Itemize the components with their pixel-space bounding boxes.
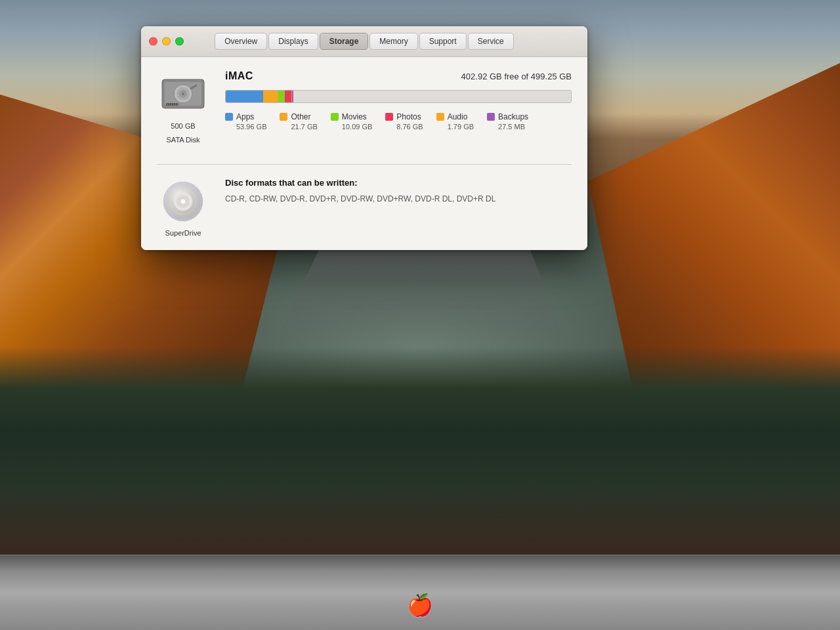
superdrive-label: SuperDrive <box>165 229 201 237</box>
legend-movies-label-row: Movies <box>331 112 372 121</box>
other-color-dot <box>280 113 287 121</box>
disk-free-text: 402.92 GB free of 499.25 GB <box>461 72 572 81</box>
legend-backups: Backups 27.5 MB <box>487 112 528 131</box>
content-area: 500 GB SATA Disk iMAC 402.92 GB free of … <box>141 57 587 250</box>
tab-memory[interactable]: Memory <box>369 33 417 50</box>
storage-info: iMAC 402.92 GB free of 499.25 GB <box>225 70 572 146</box>
movies-label: Movies <box>342 112 367 121</box>
disk-icon-container: 500 GB SATA Disk <box>157 70 209 146</box>
about-this-mac-window: Overview Displays Storage Memory Support… <box>141 26 587 250</box>
movies-color-dot <box>331 113 339 121</box>
photos-label: Photos <box>396 112 421 121</box>
bar-photos <box>285 91 291 102</box>
svg-rect-8 <box>166 103 167 106</box>
bar-apps <box>226 91 263 102</box>
storage-section: 500 GB SATA Disk iMAC 402.92 GB free of … <box>157 70 572 146</box>
legend-other-label-row: Other <box>280 112 317 121</box>
disc-formats-text: CD-R, CD-RW, DVD-R, DVD+R, DVD-RW, DVD+R… <box>225 193 572 205</box>
disc-formats-title: Disc formats that can be written: <box>225 178 572 188</box>
disk-size-label: 500 GB <box>171 121 195 131</box>
other-size: 21.7 GB <box>280 123 317 131</box>
legend: Apps 53.96 GB Other 21.7 GB <box>225 112 572 131</box>
titlebar: Overview Displays Storage Memory Support… <box>141 26 587 57</box>
audio-label: Audio <box>448 112 468 121</box>
legend-apps: Apps 53.96 GB <box>225 112 266 131</box>
svg-point-20 <box>180 199 186 204</box>
close-button[interactable] <box>149 37 158 46</box>
apps-label: Apps <box>236 112 254 121</box>
apps-size: 53.96 GB <box>225 123 266 131</box>
legend-other: Other 21.7 GB <box>280 112 317 131</box>
legend-apps-label-row: Apps <box>225 112 266 121</box>
disk-icon <box>159 70 207 117</box>
photos-color-dot <box>385 113 393 121</box>
legend-audio: Audio 1.79 GB <box>436 112 474 131</box>
bar-free <box>293 91 571 102</box>
legend-photos-label-row: Photos <box>385 112 423 121</box>
other-label: Other <box>291 112 310 121</box>
tab-displays[interactable]: Displays <box>268 33 318 50</box>
superdrive-disc-icon <box>159 178 207 225</box>
svg-rect-13 <box>176 103 177 106</box>
legend-backups-label-row: Backups <box>487 112 528 121</box>
bar-other <box>263 91 278 102</box>
apps-color-dot <box>225 113 233 121</box>
apple-logo: 🍎 <box>407 593 433 618</box>
backups-color-dot <box>487 113 495 121</box>
superdrive-section: SuperDrive Disc formats that can be writ… <box>157 178 572 237</box>
traffic-lights <box>149 37 184 46</box>
tab-service[interactable]: Service <box>468 33 514 50</box>
legend-photos: Photos 8.76 GB <box>385 112 423 131</box>
backups-size: 27.5 MB <box>487 123 528 131</box>
disc-formats-info: Disc formats that can be written: CD-R, … <box>225 178 572 205</box>
bar-movies <box>278 91 285 102</box>
tab-overview[interactable]: Overview <box>215 33 267 50</box>
audio-size: 1.79 GB <box>436 123 474 131</box>
svg-rect-10 <box>170 103 171 106</box>
minimize-button[interactable] <box>162 37 171 46</box>
storage-bar <box>225 90 572 103</box>
tab-support[interactable]: Support <box>419 33 467 50</box>
disk-type-label: SATA Disk <box>167 135 200 145</box>
tab-bar: Overview Displays Storage Memory Support… <box>215 33 513 50</box>
svg-rect-9 <box>168 103 169 106</box>
disk-title-row: iMAC 402.92 GB free of 499.25 GB <box>225 70 572 82</box>
audio-color-dot <box>436 113 444 121</box>
photos-size: 8.76 GB <box>385 123 423 131</box>
legend-movies: Movies 10.09 GB <box>331 112 372 131</box>
legend-audio-label-row: Audio <box>436 112 474 121</box>
maximize-button[interactable] <box>175 37 184 46</box>
superdrive-icon-container: SuperDrive <box>157 178 209 237</box>
svg-rect-12 <box>174 103 175 106</box>
movies-size: 10.09 GB <box>331 123 372 131</box>
svg-rect-11 <box>172 103 173 106</box>
svg-point-5 <box>182 93 184 95</box>
disk-name: iMAC <box>225 70 253 82</box>
section-divider <box>157 164 572 165</box>
tab-storage[interactable]: Storage <box>320 33 369 50</box>
backups-label: Backups <box>498 112 528 121</box>
